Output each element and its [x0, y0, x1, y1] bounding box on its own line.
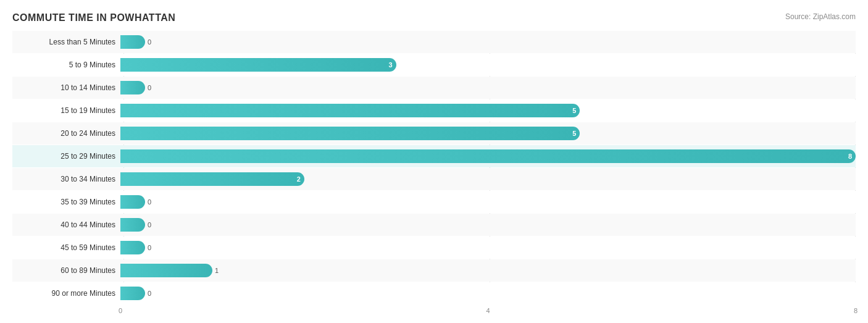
- bar-label-11: 90 or more Minutes: [12, 289, 120, 298]
- bar-fill-4: 5: [120, 127, 580, 140]
- bar-label-0: Less than 5 Minutes: [12, 38, 120, 46]
- bar-fill-0: 0: [120, 35, 145, 49]
- bar-row-11: 90 or more Minutes0: [12, 282, 856, 304]
- bar-value-11: 0: [148, 290, 151, 297]
- bar-track-1: 3: [120, 58, 856, 72]
- bar-value-3: 5: [572, 107, 576, 114]
- bar-fill-6: 2: [120, 172, 304, 186]
- x-axis: 0 4 8: [120, 307, 856, 319]
- bar-track-2: 0: [120, 81, 856, 94]
- bar-label-6: 30 to 34 Minutes: [12, 175, 120, 183]
- bar-row-9: 45 to 59 Minutes0: [12, 237, 856, 259]
- bar-row-5: 25 to 29 Minutes8: [12, 145, 856, 167]
- bar-fill-7: 0: [120, 195, 145, 209]
- bar-value-5: 8: [848, 153, 852, 160]
- bar-label-2: 10 to 14 Minutes: [12, 83, 120, 92]
- chart-container: COMMUTE TIME IN POWHATTAN Source: ZipAtl…: [0, 6, 868, 323]
- chart-title: COMMUTE TIME IN POWHATTAN: [12, 12, 175, 23]
- bar-track-5: 8: [120, 149, 856, 163]
- bar-row-3: 15 to 19 Minutes5: [12, 99, 856, 122]
- bar-label-9: 45 to 59 Minutes: [12, 243, 120, 252]
- bar-label-8: 40 to 44 Minutes: [12, 220, 120, 229]
- bar-track-3: 5: [120, 104, 856, 117]
- bar-value-1: 3: [389, 61, 393, 69]
- bar-value-6: 2: [297, 175, 301, 183]
- bar-track-10: 1: [120, 264, 856, 277]
- x-label-8: 8: [854, 307, 858, 314]
- bar-row-0: Less than 5 Minutes0: [12, 31, 856, 53]
- x-label-4: 4: [486, 307, 490, 314]
- bar-row-8: 40 to 44 Minutes0: [12, 214, 856, 236]
- bar-value-10: 1: [215, 267, 219, 274]
- bar-value-7: 0: [148, 198, 151, 206]
- bar-label-5: 25 to 29 Minutes: [12, 152, 120, 161]
- bar-row-2: 10 to 14 Minutes0: [12, 77, 856, 99]
- chart-source: Source: ZipAtlas.com: [785, 12, 856, 21]
- bar-value-2: 0: [148, 84, 151, 91]
- bar-track-7: 0: [120, 195, 856, 209]
- bar-label-1: 5 to 9 Minutes: [12, 61, 120, 69]
- bar-row-10: 60 to 89 Minutes1: [12, 259, 856, 282]
- bar-row-1: 5 to 9 Minutes3: [12, 54, 856, 76]
- bar-track-4: 5: [120, 127, 856, 140]
- bar-fill-11: 0: [120, 287, 145, 300]
- bar-label-7: 35 to 39 Minutes: [12, 198, 120, 206]
- bar-value-4: 5: [572, 130, 576, 137]
- bar-row-7: 35 to 39 Minutes0: [12, 191, 856, 213]
- bar-value-0: 0: [148, 38, 151, 46]
- chart-header: COMMUTE TIME IN POWHATTAN Source: ZipAtl…: [12, 12, 856, 23]
- bar-fill-10: 1: [120, 264, 212, 277]
- bar-value-8: 0: [148, 221, 151, 229]
- bar-track-6: 2: [120, 172, 856, 186]
- bar-fill-5: 8: [120, 149, 856, 163]
- bar-track-11: 0: [120, 287, 856, 300]
- bar-row-4: 20 to 24 Minutes5: [12, 122, 856, 145]
- bar-track-0: 0: [120, 35, 856, 49]
- bar-fill-8: 0: [120, 218, 145, 232]
- bar-fill-9: 0: [120, 241, 145, 254]
- bar-fill-2: 0: [120, 81, 145, 94]
- bars-container: Less than 5 Minutes05 to 9 Minutes310 to…: [12, 31, 856, 304]
- bar-row-6: 30 to 34 Minutes2: [12, 168, 856, 190]
- chart-area: Less than 5 Minutes05 to 9 Minutes310 to…: [12, 31, 856, 319]
- bar-fill-1: 3: [120, 58, 396, 72]
- bar-label-3: 15 to 19 Minutes: [12, 106, 120, 115]
- bar-track-9: 0: [120, 241, 856, 254]
- x-label-0: 0: [119, 307, 122, 314]
- bar-label-4: 20 to 24 Minutes: [12, 129, 120, 138]
- bar-value-9: 0: [148, 244, 151, 251]
- bar-track-8: 0: [120, 218, 856, 232]
- bar-label-10: 60 to 89 Minutes: [12, 266, 120, 275]
- bar-fill-3: 5: [120, 104, 580, 117]
